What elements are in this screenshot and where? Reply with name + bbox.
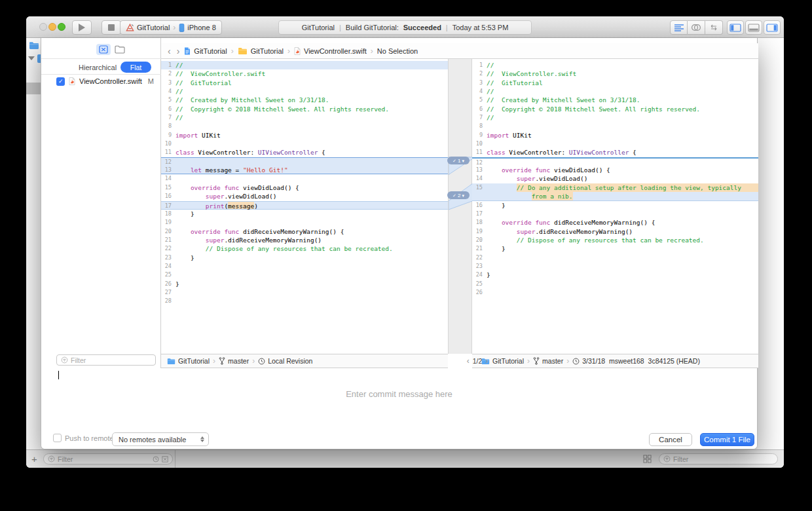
code-line[interactable]: 24 xyxy=(161,262,448,271)
code-line[interactable]: 14 super.viewDidLoad() xyxy=(472,174,758,183)
code-line[interactable]: 11class ViewController: UIViewController… xyxy=(161,148,448,157)
close-window-button[interactable] xyxy=(39,23,47,31)
change-badge[interactable]: 2 xyxy=(447,191,470,199)
toggle-debug-area-button[interactable] xyxy=(745,20,762,35)
code-line[interactable]: 21 super.didReceiveMemoryWarning() xyxy=(161,236,448,244)
code-line[interactable]: 16 } xyxy=(472,201,758,210)
library-filter-field[interactable]: Filter xyxy=(659,453,778,464)
code-line[interactable]: 4// xyxy=(161,87,448,96)
breadcrumb-group[interactable]: GitTutorial xyxy=(251,47,284,55)
forward-button[interactable]: › xyxy=(175,47,181,56)
code-line[interactable]: from a nib. xyxy=(472,192,758,200)
next-change-button[interactable]: › xyxy=(485,356,488,366)
code-line[interactable]: 17 print(message) xyxy=(161,201,448,210)
code-line[interactable]: 15 override func viewDidLoad() { xyxy=(161,183,448,192)
code-line[interactable]: 12 xyxy=(161,157,448,166)
code-line[interactable]: 23 xyxy=(472,262,758,271)
commit-message-area[interactable]: Enter commit message here xyxy=(41,368,757,426)
code-line[interactable]: 1// xyxy=(161,61,448,69)
code-line[interactable]: 24} xyxy=(472,271,758,279)
code-line[interactable]: 10 xyxy=(161,140,448,148)
code-line[interactable]: 2// ViewController.swift xyxy=(472,69,758,78)
back-button[interactable]: ‹ xyxy=(166,47,172,56)
mode-hierarchical-button[interactable]: Hierarchical xyxy=(79,64,117,71)
code-line[interactable]: 6// Copyright © 2018 Mitchell Sweet. All… xyxy=(161,105,448,113)
code-line[interactable]: 4// xyxy=(472,87,758,96)
code-line[interactable]: 18 } xyxy=(161,210,448,218)
code-line[interactable]: 22 // Dispose of any resources that can … xyxy=(161,244,448,253)
previous-change-button[interactable]: ‹ xyxy=(467,356,470,366)
folder-view-button[interactable] xyxy=(115,45,125,54)
revision-branch[interactable]: master xyxy=(542,357,563,365)
breadcrumb-file[interactable]: ViewController.swift xyxy=(304,47,367,55)
code-line[interactable]: 20 // Dispose of any resources that can … xyxy=(472,236,758,244)
run-button[interactable] xyxy=(72,20,92,35)
recent-icon[interactable] xyxy=(153,456,159,463)
code-line[interactable]: 26} xyxy=(161,280,448,288)
code-line[interactable]: 19 xyxy=(161,218,448,227)
code-line[interactable]: 2// ViewController.swift xyxy=(161,69,448,78)
revision-project[interactable]: GitTutorial xyxy=(178,357,210,365)
grid-view-icon[interactable] xyxy=(643,455,652,463)
code-line[interactable]: 13 override func viewDidLoad() { xyxy=(472,166,758,174)
revision-branch[interactable]: master xyxy=(228,357,249,365)
code-line[interactable]: 12 xyxy=(472,157,758,166)
breadcrumb-project[interactable]: GitTutorial xyxy=(194,47,227,55)
code-line[interactable]: 28 xyxy=(161,297,448,305)
code-line[interactable]: 25 xyxy=(161,271,448,279)
code-line[interactable]: 15 // Do any additional setup after load… xyxy=(472,183,758,192)
local-revision-editor[interactable]: 1//2// ViewController.swift3// GitTutori… xyxy=(161,59,448,354)
revision-project[interactable]: GitTutorial xyxy=(492,357,524,365)
standard-editor-button[interactable] xyxy=(670,20,688,35)
breadcrumb-selection[interactable]: No Selection xyxy=(377,47,418,55)
code-line[interactable]: 8 xyxy=(161,122,448,130)
stop-button[interactable] xyxy=(101,20,121,35)
add-breakpoint-button[interactable]: + xyxy=(31,450,37,468)
cancel-button[interactable]: Cancel xyxy=(649,433,692,446)
code-line[interactable]: 5// Created by Mitchell Sweet on 3/31/18… xyxy=(161,96,448,104)
assistant-editor-button[interactable] xyxy=(688,20,705,35)
code-line[interactable]: 9import UIKit xyxy=(161,131,448,140)
mode-flat-button[interactable]: Flat xyxy=(120,62,151,73)
code-line[interactable]: 5// Created by Mitchell Sweet on 3/31/18… xyxy=(472,96,758,104)
code-line[interactable]: 14 xyxy=(161,174,448,183)
code-line[interactable]: 26 xyxy=(472,288,758,297)
remote-select[interactable]: No remotes available xyxy=(112,432,209,446)
code-line[interactable]: 23 } xyxy=(161,254,448,262)
zoom-window-button[interactable] xyxy=(58,23,65,31)
code-line[interactable]: 8 xyxy=(472,122,758,130)
flag-box-icon[interactable] xyxy=(162,456,168,463)
code-line[interactable]: 21 } xyxy=(472,244,758,253)
toggle-navigator-button[interactable] xyxy=(727,20,744,35)
code-line[interactable]: 1// xyxy=(472,61,758,69)
code-line[interactable]: 19 super.didReceiveMemoryWarning() xyxy=(472,227,758,236)
commit-button[interactable]: Commit 1 File xyxy=(700,433,754,446)
code-line[interactable]: 13 let message = "Hello Git!" xyxy=(161,166,448,174)
scheme-selector[interactable]: GitTutorial iPhone 8 xyxy=(120,20,222,35)
file-row[interactable]: ViewController.swift M xyxy=(41,75,161,88)
code-line[interactable]: 22 xyxy=(472,254,758,262)
debug-filter-field[interactable]: Filter xyxy=(43,453,173,464)
code-line[interactable]: 27 xyxy=(161,288,448,297)
push-to-remote-checkbox[interactable] xyxy=(53,434,62,442)
disclosure-triangle-icon[interactable] xyxy=(28,56,35,60)
include-file-checkbox[interactable] xyxy=(56,77,65,86)
sidebar-filter-field[interactable]: Filter xyxy=(56,354,156,366)
code-line[interactable]: 9import UIKit xyxy=(472,131,758,140)
code-line[interactable]: 6// Copyright © 2018 Mitchell Sweet. All… xyxy=(472,105,758,113)
code-line[interactable]: 17 xyxy=(472,210,758,218)
code-line[interactable]: 7// xyxy=(472,113,758,122)
code-line[interactable]: 7// xyxy=(161,113,448,122)
code-line[interactable]: 18 override func didReceiveMemoryWarning… xyxy=(472,218,758,227)
code-line[interactable]: 20 override func didReceiveMemoryWarning… xyxy=(161,227,448,236)
revision-label[interactable]: 3/31/18 msweet168 3c84125 (HEAD) xyxy=(582,357,700,365)
minimize-window-button[interactable] xyxy=(48,23,56,31)
code-line[interactable]: 11class ViewController: UIViewController… xyxy=(472,148,758,157)
code-line[interactable]: 10 xyxy=(472,140,758,148)
show-changes-button[interactable] xyxy=(96,44,111,55)
code-line[interactable]: 3// GitTutorial xyxy=(161,79,448,87)
revision-label[interactable]: Local Revision xyxy=(268,357,312,365)
change-badge[interactable]: 1 xyxy=(447,157,470,164)
code-line[interactable]: 25 xyxy=(472,280,758,288)
version-editor-button[interactable] xyxy=(705,20,723,35)
